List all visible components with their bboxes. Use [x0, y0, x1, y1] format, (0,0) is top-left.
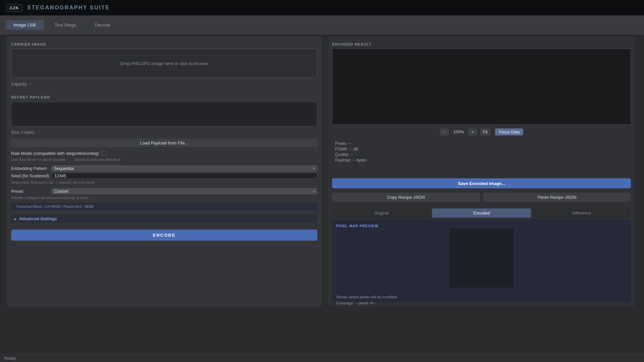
secret-payload-label: SECRET PAYLOAD: [11, 95, 317, 99]
embedding-pattern-label: Embedding Pattern: [11, 166, 51, 171]
raw-mode-hint-left: Use Raw Mode for game puzzles: [11, 158, 65, 162]
preset-row: Preset Custom ▾: [11, 188, 317, 194]
pixel-map-canvas: [450, 229, 514, 288]
raw-mode-row: Raw Mode (compatible with stegonline/zst…: [11, 151, 317, 156]
tab-image-lsb[interactable]: Image LSB: [5, 20, 44, 30]
focus-data-button[interactable]: Focus Data: [495, 128, 523, 135]
pixel-map-panel: PIXEL MAP PREVIEW Shows which pixels wil…: [332, 220, 631, 302]
pixel-map-caption: Shows which pixels will be modified: [336, 295, 627, 299]
main-tabbar: Image LSB Text Stego Decode: [0, 15, 644, 35]
embedding-pattern-row: Embedding Pattern Sequential ▾: [11, 165, 317, 172]
dropzone-text: Drop PNG/JPG image here or click to brow…: [120, 61, 208, 66]
status-bar: Ready: [0, 354, 644, 362]
encoded-result-canvas: [332, 49, 631, 125]
view-tab-difference[interactable]: Difference: [532, 208, 631, 218]
zoom-out-button[interactable]: −: [440, 128, 449, 135]
payload-size-text: Size: 0 bytes: [11, 130, 317, 135]
app-window: A2K STEGANOGRAPHY SUITE Image LSB Text S…: [0, 0, 644, 362]
embedding-pattern-value: Sequential: [54, 166, 74, 171]
app-title: STEGANOGRAPHY SUITE: [27, 5, 110, 11]
fit-button[interactable]: Fit: [480, 128, 490, 135]
app-header: A2K STEGANOGRAPHY SUITE: [0, 0, 644, 15]
preset-label: Preset: [11, 189, 51, 194]
recipe-summary-bar: Traversal=Row / Ch=RGB / Plane=0x1 / MSB: [11, 203, 317, 210]
seed-input[interactable]: [51, 173, 317, 179]
view-tab-original[interactable]: Original: [332, 208, 431, 218]
result-stats: Pixels: -- PSNR: -- dB Quality: -- Paylo…: [332, 141, 631, 163]
stat-pixels: Pixels: --: [335, 141, 631, 146]
tab-decode[interactable]: Decode: [87, 20, 119, 30]
payload-textarea[interactable]: [11, 102, 317, 126]
pixel-map-label: PIXEL MAP PREVIEW: [336, 224, 627, 228]
copy-recipe-json-button[interactable]: Copy Recipe JSON: [332, 193, 480, 202]
carrier-dropzone[interactable]: Drop PNG/JPG image here or click to brow…: [11, 49, 317, 78]
save-encoded-image-button[interactable]: Save Encoded Image...: [332, 178, 631, 188]
chevron-down-icon: ▾: [313, 167, 315, 170]
tab-text-stego[interactable]: Text Stego: [47, 20, 84, 30]
raw-mode-checkbox[interactable]: [102, 151, 106, 156]
zoom-level-text: 100%: [449, 130, 468, 134]
capacity-text: Capacity: --: [11, 82, 317, 86]
view-tab-encoded[interactable]: Encoded: [432, 208, 531, 218]
pattern-hint: Sequential: Standard LSB — easiest, all …: [11, 180, 317, 184]
chevron-down-icon: ▾: [313, 190, 315, 193]
encode-settings-panel: CARRIER IMAGE Drop PNG/JPG image here or…: [7, 36, 322, 307]
preset-hint: Presets configure all advanced settings …: [11, 196, 317, 200]
encoded-result-panel: ENCODED RESULT − 100% + Fit Focus Data P…: [328, 36, 635, 307]
raw-mode-hint-right: standard tools can decode it: [74, 158, 120, 162]
preset-value: Custom: [54, 189, 68, 194]
seed-row: Seed (for Scattered): [11, 173, 317, 179]
embedding-pattern-select[interactable]: Sequential ▾: [51, 165, 317, 172]
app-logo-badge: A2K: [6, 4, 22, 12]
stat-psnr: PSNR: -- dB: [335, 146, 631, 152]
zoom-toolbar: − 100% + Fit Focus Data: [332, 128, 631, 135]
pixel-map-coverage: Coverage: -- pixels of --: [336, 301, 627, 305]
encode-button[interactable]: ENCODE: [11, 230, 317, 241]
load-payload-button[interactable]: Load Payload from File...: [11, 139, 317, 147]
advanced-settings-toggle[interactable]: ▶ Advanced Settings: [11, 215, 317, 223]
view-mode-tabs: Original Encoded Difference: [332, 208, 631, 218]
raw-mode-label: Raw Mode (compatible with stegonline/zst…: [11, 151, 99, 156]
recipe-buttons-row: Copy Recipe JSON Paste Recipe JSON: [332, 193, 631, 202]
paste-recipe-json-button[interactable]: Paste Recipe JSON: [483, 193, 631, 202]
advanced-settings-label: Advanced Settings: [19, 217, 57, 221]
stat-quality: Quality: --: [335, 152, 631, 158]
seed-label: Seed (for Scattered): [11, 174, 51, 178]
carrier-image-label: CARRIER IMAGE: [11, 42, 317, 46]
stat-payload: Payload: -- bytes: [335, 158, 631, 163]
raw-mode-hint: Use Raw Mode for game puzzles standard t…: [11, 158, 317, 162]
zoom-in-button[interactable]: +: [468, 128, 477, 135]
preset-select[interactable]: Custom ▾: [51, 188, 317, 194]
triangle-right-icon: ▶: [14, 218, 16, 221]
encoded-result-label: ENCODED RESULT: [332, 42, 631, 46]
status-text: Ready: [4, 356, 16, 361]
main-content: CARRIER IMAGE Drop PNG/JPG image here or…: [0, 35, 644, 307]
pixel-map-body: [336, 228, 627, 292]
